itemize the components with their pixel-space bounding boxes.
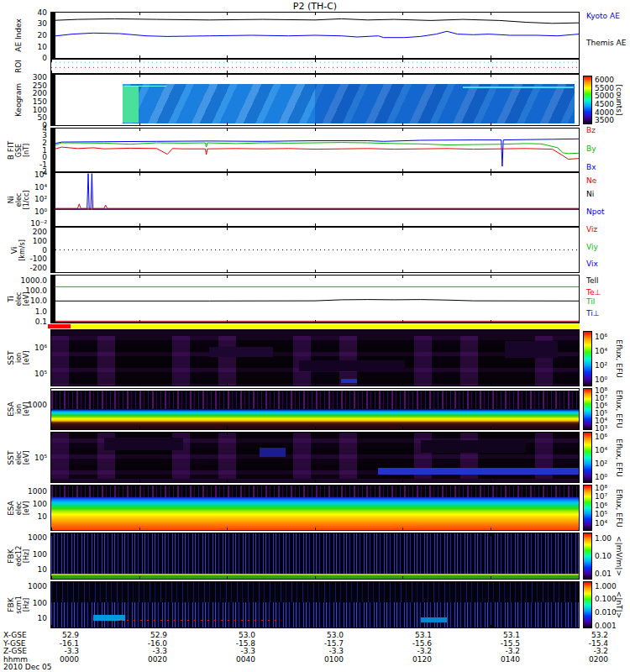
footer-value: -3.3 [90, 647, 167, 655]
footer-value: -16.1 [2, 639, 79, 648]
footer-value: -3.2 [531, 647, 608, 655]
footer-value: -3.2 [443, 647, 520, 655]
footer-value: 0200 [531, 655, 608, 664]
footer-value: 0020 [90, 655, 167, 664]
footer-date-label: 2010 Dec 05 [3, 663, 52, 671]
footer-value: 52.9 [2, 631, 79, 639]
themis-summary-plot: P2 (TH-C) 403020100AE IndexROI3002502001… [0, 0, 630, 672]
footer-value: -3.3 [266, 647, 344, 655]
footer-value: -3.3 [178, 647, 255, 655]
footer-value: 0100 [266, 655, 344, 664]
footer-value: 0000 [2, 655, 79, 664]
footer-value: 53.1 [354, 631, 432, 639]
footer-value: -15.7 [266, 639, 344, 648]
footer-value: 0040 [178, 655, 255, 664]
footer-value: 53.2 [531, 631, 608, 639]
axis-footer: X-GSEY-GSEZ-GSEhhmm2010 Dec 0552.9-16.1-… [0, 0, 630, 672]
footer-value: -15.6 [354, 639, 432, 648]
footer-value: -3.3 [2, 647, 79, 655]
footer-value: 53.0 [178, 631, 255, 639]
footer-value: 53.1 [443, 631, 520, 639]
footer-value: 0140 [443, 655, 520, 664]
footer-value: -3.2 [354, 647, 432, 655]
footer-value: 0120 [354, 655, 432, 664]
footer-value: 52.9 [90, 631, 167, 639]
footer-value: -16.0 [90, 639, 167, 648]
footer-value: -15.8 [178, 639, 255, 648]
footer-value: 53.0 [266, 631, 344, 639]
footer-value: -15.5 [443, 639, 520, 648]
footer-value: -15.4 [531, 639, 608, 648]
